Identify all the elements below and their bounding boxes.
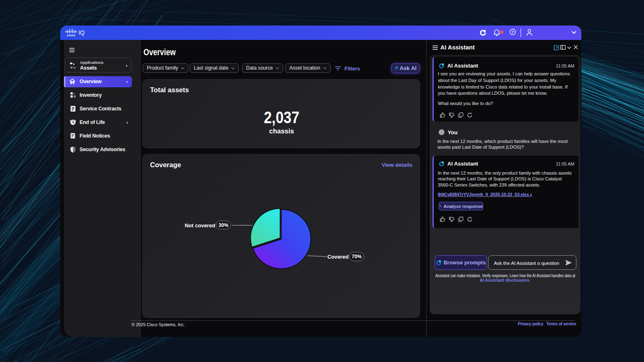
svg-text:cisco: cisco — [67, 33, 75, 37]
svg-text:?: ? — [512, 30, 514, 34]
